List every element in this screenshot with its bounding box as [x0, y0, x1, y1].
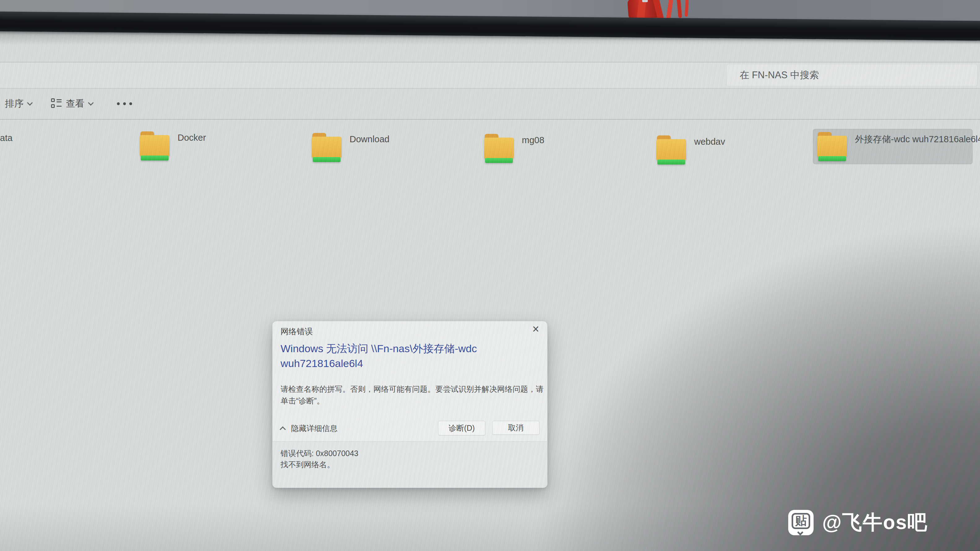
tieba-logo-icon: 贴 — [788, 510, 814, 535]
folder-tile-webdav[interactable]: webdav — [652, 132, 729, 168]
folder-icon — [140, 132, 170, 160]
folder-name: webdav — [694, 137, 725, 147]
clipped-folder-name: ata — [0, 133, 13, 143]
folder-name: Download — [350, 134, 390, 144]
folder-icon — [484, 134, 514, 163]
dialog-heading: Windows 无法访问 \\Fn-nas\外接存储-wdc wuh721816… — [281, 341, 503, 371]
folder-tile-docker[interactable]: Docker — [135, 128, 210, 164]
folder-name: 外接存储-wdc wuh721816ale6l4 — [855, 133, 980, 146]
cable-strand — [684, 0, 689, 17]
folder-icon — [312, 133, 342, 162]
monitor-photo: 在 FN-NAS 中搜索 排序 查看 ata — [0, 0, 980, 551]
chevron-up-icon — [280, 426, 286, 432]
ellipsis-icon — [117, 102, 132, 105]
folder-icon — [656, 135, 686, 165]
error-code-text: 错误代码: 0x80070043 — [281, 448, 358, 459]
tieba-bubble-tail — [797, 529, 803, 535]
folder-icon — [817, 132, 847, 161]
cable-connector — [642, 0, 648, 2]
corner-moire-stripes — [510, 208, 980, 551]
dialog-details-section: 错误代码: 0x80070043 找不到网络名。 — [272, 441, 547, 487]
watermark: 贴 @飞牛os吧 — [788, 509, 928, 536]
view-layout-icon — [51, 98, 62, 109]
explorer-toolbar: 排序 查看 — [0, 89, 980, 119]
sort-button[interactable]: 排序 — [5, 94, 32, 113]
view-button[interactable]: 查看 — [51, 94, 93, 113]
hide-details-label: 隐藏详细信息 — [291, 423, 337, 433]
tieba-bubble: 贴 — [792, 513, 810, 529]
chevron-down-icon — [88, 100, 94, 105]
folder-name: Docker — [178, 133, 206, 143]
view-label: 查看 — [66, 97, 84, 110]
cable-strand — [666, 0, 673, 21]
tieba-glyph: 贴 — [795, 513, 807, 529]
folder-tile-mg08[interactable]: mg08 — [480, 131, 549, 166]
diagnose-button[interactable]: 诊断(D) — [438, 421, 485, 435]
chevron-down-icon — [27, 100, 32, 105]
divider — [0, 62, 980, 62]
folder-tile-external-storage-selected[interactable]: 外接存储-wdc wuh721816ale6l4 — [813, 129, 972, 164]
close-icon[interactable]: × — [532, 323, 539, 335]
search-placeholder: 在 FN-NAS 中搜索 — [740, 69, 819, 82]
divider — [0, 119, 980, 120]
hide-details-toggle[interactable]: 隐藏详细信息 — [281, 423, 337, 433]
more-options-button[interactable] — [117, 94, 132, 113]
folder-name: mg08 — [522, 135, 544, 145]
dialog-title: 网络错误 — [281, 326, 313, 337]
folder-tile-download[interactable]: Download — [307, 130, 394, 165]
cable-strand — [676, 0, 682, 18]
sort-label: 排序 — [5, 97, 24, 110]
cancel-button[interactable]: 取消 — [492, 421, 539, 435]
error-description-text: 找不到网络名。 — [281, 459, 335, 470]
search-input[interactable]: 在 FN-NAS 中搜索 — [726, 64, 977, 86]
monitor-screen: 在 FN-NAS 中搜索 排序 查看 ata — [0, 29, 980, 551]
network-error-dialog: 网络错误 × Windows 无法访问 \\Fn-nas\外接存储-wdc wu… — [272, 321, 547, 488]
dialog-body-text: 请检查名称的拼写。否则，网络可能有问题。要尝试识别并解决网络问题，请单击“诊断”… — [281, 383, 545, 407]
watermark-text: @飞牛os吧 — [822, 509, 928, 536]
corner-shadow — [510, 208, 980, 551]
